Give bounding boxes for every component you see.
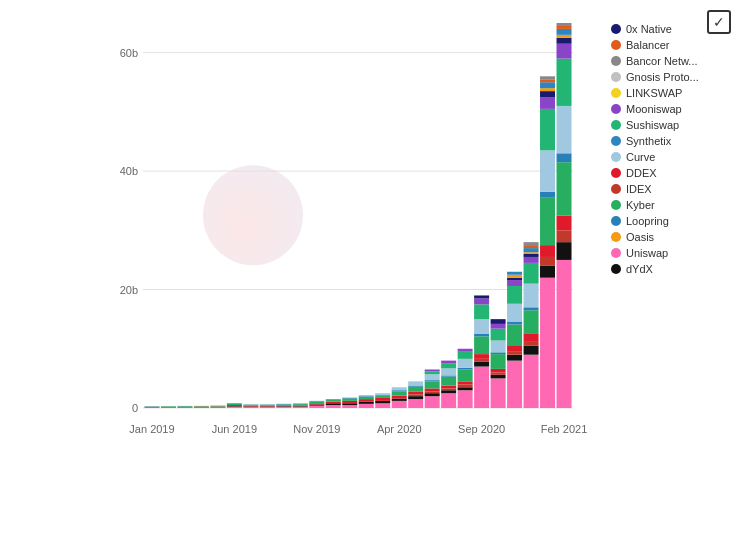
svg-rect-187	[557, 216, 572, 231]
svg-rect-186	[557, 230, 572, 242]
svg-rect-136	[491, 372, 506, 374]
svg-rect-105	[425, 370, 440, 372]
legend-item: IDEX	[611, 183, 731, 195]
svg-rect-70	[342, 398, 357, 399]
svg-rect-53	[293, 405, 308, 406]
svg-rect-75	[359, 397, 374, 399]
svg-rect-57	[309, 404, 324, 405]
legend-item: Uniswap	[611, 247, 731, 259]
svg-rect-158	[524, 341, 539, 346]
svg-rect-161	[524, 307, 539, 310]
legend-label: Bancor Netw...	[626, 55, 698, 67]
svg-rect-179	[540, 91, 555, 97]
legend-item: dYdX	[611, 263, 731, 275]
svg-text:20b: 20b	[120, 284, 138, 296]
svg-rect-42	[260, 407, 275, 408]
svg-rect-35	[227, 403, 242, 404]
svg-rect-96	[408, 381, 423, 385]
svg-rect-127	[474, 354, 489, 359]
chart-area: 020b40b60bJan 2019Jun 2019Nov 2019Apr 20…	[10, 18, 731, 488]
svg-rect-76	[359, 396, 374, 397]
svg-rect-184	[557, 260, 572, 408]
svg-rect-139	[491, 352, 506, 354]
svg-rect-181	[540, 82, 555, 88]
legend-label: Mooniswap	[626, 103, 682, 115]
legend-color-dot	[611, 136, 621, 146]
svg-rect-173	[540, 245, 555, 257]
svg-rect-177	[540, 109, 555, 150]
svg-rect-24	[194, 407, 209, 408]
svg-rect-135	[491, 375, 506, 379]
legend-item: Mooniswap	[611, 103, 731, 115]
legend-item: LINKSWAP	[611, 87, 731, 99]
svg-text:Apr 2020: Apr 2020	[377, 423, 422, 435]
svg-rect-138	[491, 354, 506, 369]
legend-label: Kyber	[626, 199, 655, 211]
svg-rect-68	[342, 401, 357, 403]
svg-rect-171	[540, 266, 555, 278]
svg-rect-119	[458, 370, 473, 382]
svg-rect-167	[524, 248, 539, 252]
svg-rect-172	[540, 257, 555, 266]
legend-label: Balancer	[626, 39, 669, 51]
svg-rect-106	[441, 393, 456, 408]
svg-rect-25	[194, 406, 209, 407]
svg-rect-153	[507, 278, 522, 280]
svg-rect-37	[243, 407, 258, 408]
svg-rect-160	[524, 310, 539, 334]
svg-rect-54	[293, 404, 308, 405]
svg-rect-125	[474, 362, 489, 367]
legend-color-dot	[611, 56, 621, 66]
svg-rect-137	[491, 369, 506, 373]
legend-color-dot	[611, 184, 621, 194]
svg-rect-83	[375, 393, 390, 395]
svg-rect-131	[474, 304, 489, 319]
svg-rect-178	[540, 97, 555, 109]
svg-rect-159	[524, 334, 539, 341]
svg-rect-33	[227, 405, 242, 406]
svg-rect-84	[392, 401, 407, 408]
svg-rect-8	[144, 407, 159, 408]
svg-rect-130	[474, 319, 489, 334]
svg-rect-80	[375, 398, 390, 401]
svg-rect-67	[342, 403, 357, 405]
svg-text:0: 0	[132, 402, 138, 414]
svg-rect-79	[375, 401, 390, 403]
svg-rect-192	[557, 44, 572, 59]
svg-rect-88	[392, 390, 407, 391]
legend-item: Oasis	[611, 231, 731, 243]
svg-rect-52	[293, 406, 308, 407]
legend-item: Synthetix	[611, 135, 731, 147]
svg-rect-73	[359, 401, 374, 403]
svg-rect-31	[227, 407, 242, 408]
svg-rect-189	[557, 153, 572, 162]
svg-text:60b: 60b	[120, 47, 138, 59]
svg-rect-113	[441, 364, 456, 369]
svg-rect-108	[441, 388, 456, 390]
svg-rect-100	[425, 388, 440, 391]
legend-color-dot	[611, 216, 621, 226]
svg-rect-22	[194, 407, 209, 408]
svg-rect-55	[293, 404, 308, 405]
svg-rect-26	[210, 407, 225, 408]
svg-rect-103	[425, 374, 440, 380]
svg-rect-16	[161, 406, 176, 407]
svg-rect-152	[507, 280, 522, 286]
svg-rect-122	[458, 352, 473, 359]
svg-rect-163	[524, 263, 539, 284]
legend-label: Sushiswap	[626, 119, 679, 131]
svg-rect-92	[408, 394, 423, 396]
legend-item: 0x Native	[611, 23, 731, 35]
svg-rect-86	[392, 396, 407, 399]
svg-rect-109	[441, 385, 456, 388]
svg-rect-34	[227, 404, 242, 405]
svg-rect-146	[507, 351, 522, 355]
y-axis	[10, 18, 65, 438]
svg-rect-114	[441, 361, 456, 364]
svg-rect-65	[326, 399, 341, 400]
svg-rect-38	[243, 406, 258, 407]
legend-item: DDEX	[611, 167, 731, 179]
svg-rect-180	[540, 88, 555, 91]
chart-container: 020b40b60bJan 2019Jun 2019Nov 2019Apr 20…	[0, 0, 741, 549]
svg-rect-116	[458, 387, 473, 390]
